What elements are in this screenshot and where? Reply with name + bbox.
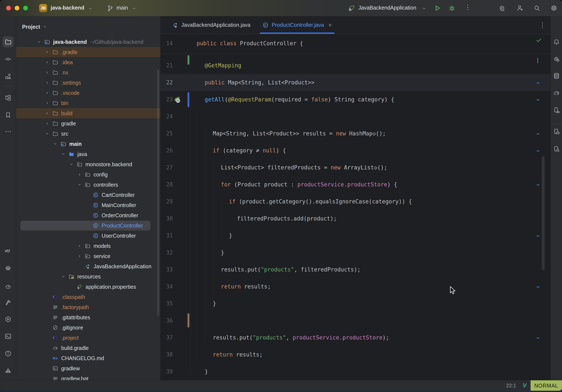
add-user-icon[interactable] <box>516 4 524 12</box>
tree-item-ordercontroller[interactable]: C OrderController <box>16 210 161 220</box>
tree-item-build-gradle[interactable]: build.gradle <box>16 343 161 353</box>
hierarchy-icon[interactable] <box>4 94 12 101</box>
chevron-down-icon[interactable] <box>131 6 137 11</box>
project-badge[interactable]: JB <box>39 4 47 12</box>
more-ellipsis-icon[interactable] <box>4 128 12 135</box>
close-tab-icon[interactable]: × <box>328 22 332 29</box>
branch-selector[interactable]: main <box>117 5 128 11</box>
code-line-38[interactable]: 38 return results; <box>161 346 550 363</box>
code-line-25[interactable]: 25 Map<String, List<Product>> results = … <box>161 125 550 142</box>
tree-item-settings[interactable]: .settings <box>16 78 161 88</box>
stripe-mark[interactable] <box>537 151 539 151</box>
code-line-24[interactable]: 24 <box>161 108 550 125</box>
tree-item-bin[interactable]: bin <box>16 98 161 108</box>
project-selector[interactable]: java-backend <box>51 5 84 11</box>
spring-request-mapping-icon[interactable] <box>173 95 182 104</box>
tree-item-java[interactable]: java <box>16 149 161 159</box>
caret-position[interactable]: 22:1 <box>506 383 516 389</box>
more-kebab-icon[interactable]: ⋮ <box>465 3 471 11</box>
tree-item-config[interactable]: config <box>16 169 161 180</box>
tab-javabackendapplication[interactable]: JavaBackendApplication.java <box>166 16 256 34</box>
stripe-mark[interactable] <box>537 286 539 287</box>
tree-item-gitattributes[interactable]: .gitattributes <box>16 312 161 322</box>
device-inspect-icon[interactable] <box>553 145 560 153</box>
stripe-mark[interactable] <box>537 83 539 83</box>
code-line-30[interactable]: 30 filteredProducts.add(product); <box>161 210 550 227</box>
minimize-window-button[interactable] <box>15 6 19 11</box>
chevron-down-icon[interactable] <box>88 6 93 11</box>
code-line-26[interactable]: 26 if (category ≠ null) { <box>161 142 550 159</box>
settings-gear-icon[interactable] <box>550 4 558 12</box>
project-panel-header[interactable]: Project <box>22 23 47 31</box>
ai-assistant-chat-icon[interactable] <box>553 56 560 63</box>
close-window-button[interactable] <box>6 6 11 11</box>
search-icon[interactable] <box>533 4 541 12</box>
tree-scrollbar[interactable] <box>157 69 159 316</box>
tree-item-gradlew[interactable]: gradlew <box>16 363 161 373</box>
stripe-mark[interactable] <box>537 338 539 338</box>
tree-item-maincontroller[interactable]: C MainController <box>16 200 161 210</box>
bookmarks-icon[interactable] <box>4 111 12 119</box>
code-editor[interactable]: 14 public class ProductController { 21 @… <box>161 34 550 380</box>
device-explorer-icon[interactable] <box>553 128 560 135</box>
tab-options-kebab-icon[interactable]: ⋮ <box>538 20 547 30</box>
tree-item-factorypath[interactable]: .factorypath <box>16 302 161 312</box>
code-line-37[interactable]: 37 results.put("products", productServic… <box>161 329 550 346</box>
stripe-mark[interactable] <box>537 133 539 134</box>
running-devices-icon[interactable] <box>553 107 560 114</box>
tree-item-main[interactable]: main <box>16 139 161 149</box>
chevron-down-icon[interactable] <box>421 6 427 11</box>
notifications-bell-icon[interactable] <box>553 38 560 46</box>
tree-item-src[interactable]: src <box>16 129 161 139</box>
git-branch-icon[interactable] <box>106 4 114 12</box>
tree-item-cartcontroller[interactable]: C CartController <box>16 190 161 200</box>
code-line-29[interactable]: 29 if (product.getCategory().equalsIgnor… <box>161 193 550 210</box>
code-line-14[interactable]: 14 public class ProductController { <box>161 35 550 52</box>
tree-item-idea[interactable]: .idea <box>16 57 161 67</box>
code-line-36[interactable]: 36 <box>161 312 550 329</box>
code-line-39[interactable]: 39 } <box>161 363 550 380</box>
debug-button[interactable] <box>448 4 456 12</box>
tree-item-changelog[interactable]: M CHANGELOG.md <box>16 353 161 363</box>
project-folder-icon[interactable] <box>4 38 12 46</box>
profiler-icon[interactable] <box>4 283 12 290</box>
code-line-33[interactable]: 33 results.put("products", filteredProdu… <box>161 261 550 278</box>
gradle-icon[interactable] <box>553 89 560 96</box>
code-line-28[interactable]: 28 for (Product product : productService… <box>161 176 550 193</box>
tree-item-javabackendapplication[interactable]: JavaBackendApplication <box>16 261 161 272</box>
cat-plugin-icon[interactable] <box>4 248 12 255</box>
tree-item-monostore-backend[interactable]: monostore.backend <box>16 159 161 169</box>
code-line-23[interactable]: 23 getAll(@RequestParam(required = false… <box>161 91 550 108</box>
incognito-icon[interactable] <box>4 264 12 272</box>
tree-item-gradlew-bat[interactable]: gradlew.bat <box>16 373 161 380</box>
warning-icon[interactable] <box>4 367 12 374</box>
code-line-21[interactable]: 21 @GetMapping <box>161 57 550 74</box>
tree-item-usercontroller[interactable]: C UserController <box>16 231 161 241</box>
stripe-mark[interactable] <box>537 99 539 100</box>
code-line-27[interactable]: 27 List<Product> filteredProducts = new … <box>161 159 550 176</box>
code-line-32[interactable]: 32 } <box>161 244 550 261</box>
problems-icon[interactable] <box>4 350 12 357</box>
editor-scrollbar[interactable] <box>542 156 545 270</box>
code-line-31[interactable]: 31 } <box>161 227 550 244</box>
tree-item-classpath[interactable]: .classpath <box>16 292 161 302</box>
build-hammer-icon[interactable] <box>4 299 12 306</box>
tree-item-nx[interactable]: .nx <box>16 67 161 78</box>
tree-item-resources[interactable]: resources <box>16 272 161 282</box>
terminal-icon[interactable] <box>4 333 12 340</box>
stripe-mark[interactable] <box>537 236 539 236</box>
vim-mode-badge[interactable]: NORMAL <box>530 380 562 391</box>
ai-assistant-icon[interactable] <box>498 4 506 12</box>
stripe-mark[interactable] <box>537 58 538 63</box>
tree-item-application-properties[interactable]: application.properties <box>16 282 161 292</box>
tree-item-gradle-dir[interactable]: .gradle <box>16 47 161 57</box>
tree-item-java-backend[interactable]: java-backend ~/Github/java-backend <box>16 37 161 47</box>
inspections-ok-check-icon[interactable] <box>536 37 542 43</box>
code-line-22-current[interactable]: 22 public Map<String, List<Product>> <box>161 74 550 91</box>
tree-item-gradle-wrapper[interactable]: gradle <box>16 119 161 129</box>
tree-item-vscode[interactable]: .vscode <box>16 88 161 98</box>
zoom-window-button[interactable] <box>23 6 28 11</box>
ideavim-icon[interactable]: V <box>523 382 527 389</box>
tree-item-controllers[interactable]: controllers <box>16 180 161 190</box>
tree-item-project-file[interactable]: .project <box>16 333 161 343</box>
